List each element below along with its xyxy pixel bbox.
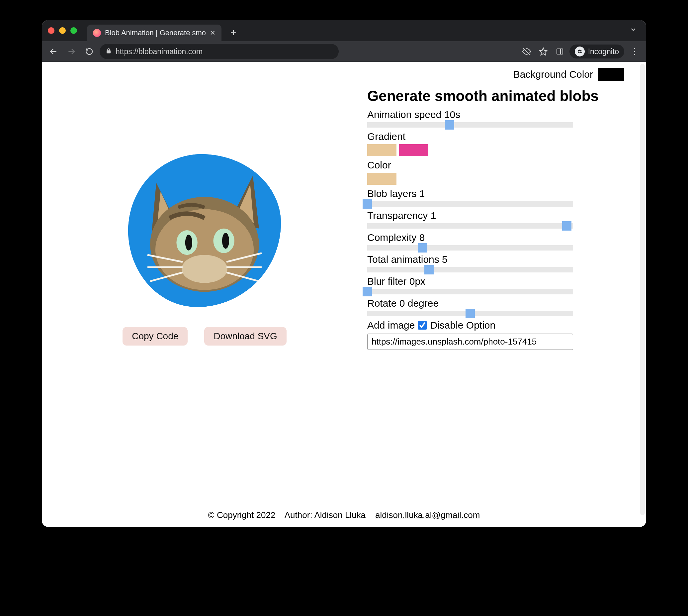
slider-thumb[interactable] [562, 221, 571, 230]
maximize-window-icon[interactable] [70, 27, 77, 34]
lock-icon [106, 48, 112, 56]
complexity-slider[interactable] [367, 245, 573, 250]
complexity-label: Complexity 8 [367, 232, 613, 243]
eye-off-icon[interactable] [520, 45, 534, 59]
control-blob-layers: Blob layers 1 [367, 188, 613, 207]
panel-icon[interactable] [553, 45, 567, 59]
incognito-label: Incognito [588, 47, 619, 56]
blur-label: Blur filter 0px [367, 276, 613, 287]
control-rotate: Rotate 0 degree [367, 298, 613, 316]
footer-author-prefix: Author: [284, 510, 315, 520]
add-image-row: Add image Disable Option [367, 320, 613, 331]
footer-copyright: © Copyright 2022 [208, 510, 276, 520]
blob-preview [128, 154, 281, 307]
slider-thumb[interactable] [425, 265, 434, 274]
svg-rect-4 [557, 49, 563, 54]
address-bar[interactable]: https://blobanimation.com [99, 44, 339, 59]
footer-author-name: Aldison Lluka [314, 510, 366, 520]
slider-thumb[interactable] [363, 287, 372, 296]
page-title: Generate smooth animated blobs [367, 88, 613, 104]
incognito-badge[interactable]: Incognito [570, 45, 624, 59]
image-url-input[interactable] [367, 334, 573, 350]
tab-close-icon[interactable]: ✕ [210, 29, 215, 37]
transparency-label: Transparency 1 [367, 210, 613, 221]
browser-tab[interactable]: Blob Animation | Generate smo ✕ [87, 25, 222, 41]
tab-bar: Blob Animation | Generate smo ✕ ＋ [42, 20, 646, 41]
gradient-color-2[interactable] [399, 144, 428, 156]
control-blur: Blur filter 0px [367, 276, 613, 294]
back-button[interactable] [46, 44, 61, 59]
new-tab-button[interactable]: ＋ [226, 25, 241, 40]
control-complexity: Complexity 8 [367, 232, 613, 250]
transparency-slider[interactable] [367, 223, 573, 228]
browser-chrome: Blob Animation | Generate smo ✕ ＋ [42, 20, 646, 62]
browser-window: Blob Animation | Generate smo ✕ ＋ [42, 20, 646, 527]
window-controls [48, 27, 82, 34]
control-gradient: Gradient [367, 131, 613, 156]
background-color-swatch[interactable] [598, 68, 624, 81]
rotate-label: Rotate 0 degree [367, 298, 613, 309]
svg-marker-3 [540, 48, 547, 55]
footer-email-link[interactable]: aldison.lluka.al@gmail.com [375, 510, 480, 520]
total-animations-label: Total animations 5 [367, 254, 613, 265]
browser-toolbar: https://blobanimation.com Incognito ⋮ [42, 41, 646, 62]
control-transparency: Transparency 1 [367, 210, 613, 228]
gradient-label: Gradient [367, 131, 613, 142]
reload-button[interactable] [82, 44, 97, 59]
tabs-chevron-down-icon[interactable] [629, 26, 640, 35]
control-animation-speed: Animation speed 10s [367, 109, 613, 128]
svg-point-20 [182, 255, 227, 283]
minimize-window-icon[interactable] [59, 27, 66, 34]
disable-option-label: Disable Option [430, 320, 496, 331]
blob-image [128, 154, 281, 307]
background-color-row: Background Color [55, 68, 633, 81]
add-image-label: Add image [367, 320, 415, 331]
scrollbar[interactable] [640, 64, 645, 515]
blur-slider[interactable] [367, 289, 573, 294]
svg-point-17 [185, 235, 192, 250]
gradient-color-1[interactable] [367, 144, 396, 156]
close-window-icon[interactable] [48, 27, 54, 34]
slider-thumb[interactable] [418, 243, 427, 252]
controls-pane: Generate smooth animated blobs Animation… [367, 88, 633, 350]
star-icon[interactable] [536, 45, 550, 59]
disable-option-checkbox[interactable] [418, 321, 427, 330]
rotate-slider[interactable] [367, 311, 573, 316]
url-text: https://blobanimation.com [116, 47, 203, 56]
blob-layers-label: Blob layers 1 [367, 188, 613, 199]
tab-favicon-icon [93, 29, 101, 37]
download-svg-button[interactable]: Download SVG [204, 327, 286, 346]
animation-speed-label: Animation speed 10s [367, 109, 613, 120]
copy-code-button[interactable]: Copy Code [122, 327, 188, 346]
page: Background Color [42, 62, 646, 527]
menu-button[interactable]: ⋮ [627, 46, 642, 57]
preview-pane: Copy Code Download SVG [55, 88, 354, 350]
forward-button[interactable] [64, 44, 79, 59]
svg-point-18 [222, 233, 229, 249]
animation-speed-slider[interactable] [367, 122, 573, 128]
tab-title: Blob Animation | Generate smo [105, 28, 206, 37]
slider-thumb[interactable] [465, 309, 475, 318]
svg-point-6 [578, 51, 579, 53]
background-color-label: Background Color [513, 69, 593, 80]
incognito-icon [575, 46, 585, 57]
slider-thumb[interactable] [363, 199, 372, 208]
footer: © Copyright 2022 Author: Aldison Lluka a… [42, 501, 646, 527]
total-animations-slider[interactable] [367, 267, 573, 272]
blob-layers-slider[interactable] [367, 201, 573, 207]
slider-thumb[interactable] [445, 120, 454, 130]
control-total-animations: Total animations 5 [367, 254, 613, 272]
color-label: Color [367, 159, 613, 171]
svg-point-7 [580, 51, 581, 53]
control-color: Color [367, 159, 613, 185]
color-swatch[interactable] [367, 173, 396, 185]
